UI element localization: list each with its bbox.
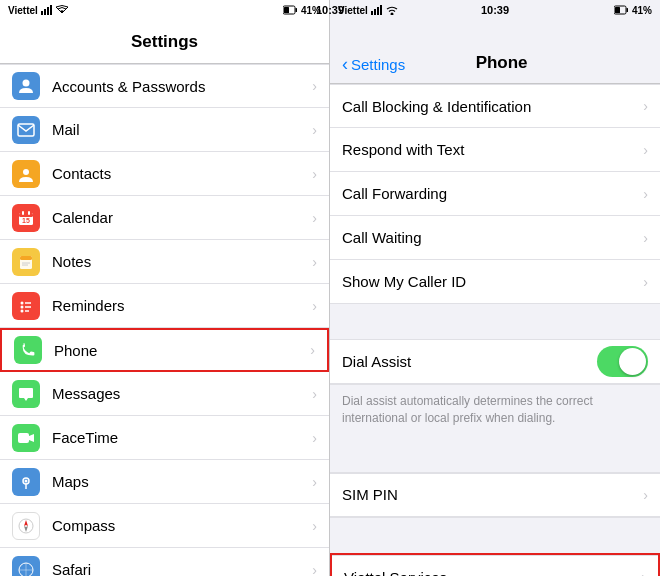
svg-rect-8 (18, 124, 34, 136)
right-battery-icon (614, 5, 628, 15)
call-forwarding-chevron: › (643, 186, 648, 202)
right-wifi-icon (386, 5, 398, 15)
settings-item-accounts[interactable]: Accounts & Passwords › (0, 64, 329, 108)
right-signal-icon (371, 5, 383, 15)
compass-icon (12, 512, 40, 540)
svg-rect-6 (284, 7, 289, 13)
call-blocking-chevron: › (643, 98, 648, 114)
right-item-respond-text[interactable]: Respond with Text › (330, 128, 660, 172)
settings-item-calendar[interactable]: 15 Calendar › (0, 196, 329, 240)
svg-marker-30 (24, 520, 28, 526)
compass-label: Compass (52, 517, 312, 534)
compass-svg (18, 518, 34, 534)
settings-item-phone[interactable]: Phone › (0, 328, 329, 372)
right-item-sim-pin[interactable]: SIM PIN › (330, 473, 660, 517)
contacts-icon (12, 160, 40, 188)
svg-text:15: 15 (22, 217, 30, 224)
maps-chevron: › (312, 474, 317, 490)
sim-pin-chevron: › (643, 487, 648, 503)
maps-label: Maps (52, 473, 312, 490)
facetime-svg (17, 431, 35, 445)
reminders-svg (18, 298, 34, 314)
call-forwarding-label: Call Forwarding (342, 185, 643, 202)
dial-assist-desc-text: Dial assist automatically determines the… (342, 394, 593, 425)
facetime-chevron: › (312, 430, 317, 446)
maps-icon (12, 468, 40, 496)
settings-item-notes[interactable]: Notes › (0, 240, 329, 284)
caller-id-label: Show My Caller ID (342, 273, 643, 290)
right-item-call-blocking[interactable]: Call Blocking & Identification › (330, 84, 660, 128)
right-title: Phone (476, 53, 578, 73)
battery-icon (283, 5, 297, 15)
right-item-caller-id[interactable]: Show My Caller ID › (330, 260, 660, 304)
messages-label: Messages (52, 385, 312, 402)
contacts-svg (17, 165, 35, 183)
svg-rect-2 (47, 7, 49, 15)
mail-chevron: › (312, 122, 317, 138)
svg-point-41 (390, 13, 393, 16)
safari-icon (12, 556, 40, 577)
toggle-knob (619, 348, 646, 375)
dial-assist-item[interactable]: Dial Assist (330, 340, 660, 384)
right-status-bar: Viettel 10:39 41% (330, 0, 660, 20)
settings-item-mail[interactable]: Mail › (0, 108, 329, 152)
mail-svg (17, 123, 35, 137)
safari-svg (18, 562, 34, 577)
right-item-call-forwarding[interactable]: Call Forwarding › (330, 172, 660, 216)
left-settings-list: Accounts & Passwords › Mail › (0, 64, 329, 576)
sim-pin-label: SIM PIN (342, 486, 643, 503)
mail-label: Mail (52, 121, 312, 138)
svg-rect-0 (41, 11, 43, 15)
notes-label: Notes (52, 253, 312, 270)
settings-item-facetime[interactable]: FaceTime › (0, 416, 329, 460)
phone-icon (14, 336, 42, 364)
calendar-icon: 15 (12, 204, 40, 232)
right-settings-list: Call Blocking & Identification › Respond… (330, 84, 660, 576)
section-gap-1 (330, 304, 660, 339)
svg-point-7 (23, 80, 30, 87)
contacts-label: Contacts (52, 165, 312, 182)
maps-svg (18, 474, 34, 490)
left-nav-bar: Settings (0, 20, 329, 64)
right-item-viettel[interactable]: Viettel Services › (332, 555, 658, 576)
svg-rect-44 (615, 7, 620, 13)
dial-assist-description: Dial assist automatically determines the… (330, 385, 660, 437)
accounts-label: Accounts & Passwords (52, 78, 312, 95)
right-status-right: 41% (614, 5, 652, 16)
caller-id-chevron: › (643, 274, 648, 290)
settings-item-messages[interactable]: Messages › (0, 372, 329, 416)
mail-icon (12, 116, 40, 144)
back-button[interactable]: ‹ Settings (342, 55, 405, 73)
left-carrier: Viettel (8, 5, 38, 16)
sim-pin-section: SIM PIN › (330, 472, 660, 518)
compass-chevron: › (312, 518, 317, 534)
svg-rect-37 (371, 11, 373, 15)
safari-chevron: › (312, 562, 317, 577)
settings-item-compass[interactable]: Compass › (0, 504, 329, 548)
settings-item-contacts[interactable]: Contacts › (0, 152, 329, 196)
dial-assist-toggle[interactable] (597, 346, 648, 377)
svg-rect-43 (626, 8, 628, 12)
call-waiting-label: Call Waiting (342, 229, 643, 246)
right-item-call-waiting[interactable]: Call Waiting › (330, 216, 660, 260)
wifi-icon (56, 5, 68, 15)
svg-rect-25 (18, 433, 29, 443)
svg-point-19 (21, 301, 24, 304)
svg-marker-31 (24, 526, 28, 532)
left-time: 10:39 (316, 4, 330, 16)
left-status-bar: Viettel 10:39 41% (0, 0, 329, 20)
settings-item-maps[interactable]: Maps › (0, 460, 329, 504)
svg-point-20 (21, 305, 24, 308)
notes-chevron: › (312, 254, 317, 270)
right-status-left: Viettel (338, 5, 398, 16)
viettel-section: Viettel Services › (330, 553, 660, 576)
section-gap-2 (330, 437, 660, 472)
right-battery: 41% (632, 5, 652, 16)
right-panel: Viettel 10:39 41% ‹ (330, 0, 660, 576)
left-title: Settings (131, 32, 198, 52)
viettel-chevron: › (641, 569, 646, 576)
settings-item-safari[interactable]: Safari › (0, 548, 329, 576)
back-chevron-icon: ‹ (342, 55, 348, 73)
facetime-label: FaceTime (52, 429, 312, 446)
settings-item-reminders[interactable]: Reminders › (0, 284, 329, 328)
